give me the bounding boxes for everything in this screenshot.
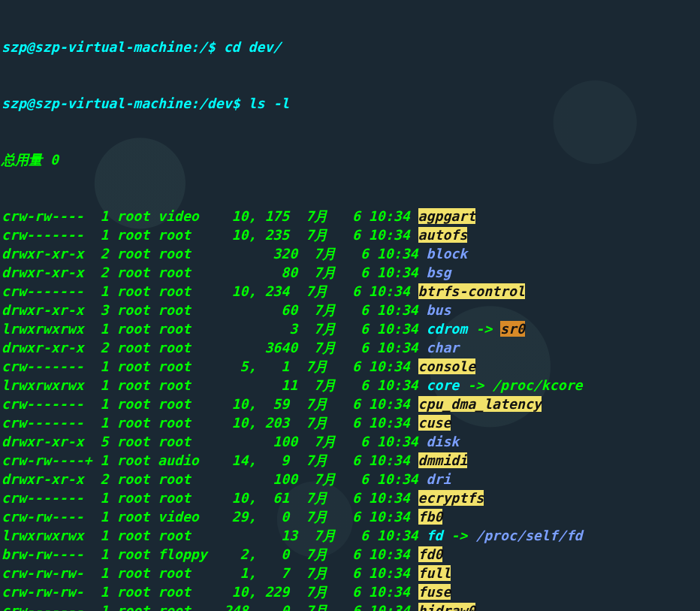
list-item: lrwxrwxrwx 1 root root 3 7月 6 10:34 cdro… [2,319,698,338]
terminal[interactable]: szp@szp-virtual-machine:/$ cd dev/ szp@s… [0,0,700,611]
file-name: fd0 [418,546,443,562]
total-line: 总用量 0 [2,150,698,169]
link-arrow: -> [467,321,500,337]
list-item: crw-rw----+ 1 root audio 14, 9 7月 6 10:3… [2,451,698,470]
list-item: crw------- 1 root root 10, 235 7月 6 10:3… [2,225,698,244]
file-attrs: lrwxrwxrwx 1 root root 3 7月 6 10:34 [2,321,427,337]
file-listing: crw-rw---- 1 root video 10, 175 7月 6 10:… [2,207,698,611]
link-arrow: -> [442,528,475,543]
file-name: fuse [418,584,451,600]
file-attrs: brw-rw---- 1 root floppy 2, 0 7月 6 10:34 [2,546,418,562]
file-attrs: crw------- 1 root root 10, 59 7月 6 10:34 [2,396,418,412]
file-name: dmmidi [418,452,468,468]
file-name: core [427,377,460,393]
file-attrs: crw-rw-rw- 1 root root 1, 7 7月 6 10:34 [2,565,418,581]
file-attrs: crw-rw-rw- 1 root root 10, 229 7月 6 10:3… [2,584,418,600]
file-attrs: drwxr-xr-x 3 root root 60 7月 6 10:34 [2,302,427,318]
file-attrs: drwxr-xr-x 5 root root 100 7月 6 10:34 [2,434,427,449]
file-name: cdrom [427,321,468,337]
file-name: char [427,340,460,355]
list-item: crw------- 1 root root 10, 203 7月 6 10:3… [2,413,698,432]
link-target: /proc/kcore [492,377,582,393]
command: ls -l [249,95,290,111]
link-target: sr0 [500,321,525,337]
file-name: console [418,358,476,374]
file-attrs: drwxr-xr-x 2 root root 80 7月 6 10:34 [2,265,427,280]
list-item: drwxr-xr-x 2 root root 80 7月 6 10:34 bsg [2,263,698,282]
list-item: drwxr-xr-x 5 root root 100 7月 6 10:34 di… [2,432,698,451]
link-arrow: -> [459,377,492,393]
file-attrs: crw------- 1 root root 10, 203 7月 6 10:3… [2,415,418,431]
list-item: crw------- 1 root root 10, 234 7月 6 10:3… [2,282,698,301]
file-attrs: crw------- 1 root root 5, 1 7月 6 10:34 [2,358,418,374]
list-item: lrwxrwxrwx 1 root root 11 7月 6 10:34 cor… [2,376,698,395]
file-attrs: crw------- 1 root root 10, 234 7月 6 10:3… [2,283,418,299]
list-item: crw-rw---- 1 root video 10, 175 7月 6 10:… [2,207,698,225]
file-name: fd [427,528,443,543]
file-name: autofs [418,227,468,243]
prompt-line-2: szp@szp-virtual-machine:/dev$ ls -l [2,94,698,113]
cwd: / [199,39,207,55]
list-item: brw-rw---- 1 root floppy 2, 0 7月 6 10:34… [2,545,698,564]
file-name: full [418,565,451,581]
list-item: crw------- 1 root root 248, 0 7月 6 10:34… [2,601,698,611]
list-item: crw-rw---- 1 root video 29, 0 7月 6 10:34… [2,507,698,526]
file-attrs: crw-rw----+ 1 root audio 14, 9 7月 6 10:3… [2,452,418,468]
file-name: fb0 [418,509,443,525]
user-host: szp@szp-virtual-machine [2,95,191,111]
file-name: dri [427,471,451,487]
list-item: lrwxrwxrwx 1 root root 13 7月 6 10:34 fd … [2,526,698,545]
list-item: drwxr-xr-x 2 root root 3640 7月 6 10:34 c… [2,338,698,357]
file-name: btrfs-control [418,283,525,299]
list-item: crw-rw-rw- 1 root root 1, 7 7月 6 10:34 f… [2,564,698,582]
file-name: cpu_dma_latency [418,396,542,412]
file-name: bsg [427,265,451,280]
file-attrs: crw------- 1 root root 248, 0 7月 6 10:34 [2,603,418,611]
list-item: crw-rw-rw- 1 root root 10, 229 7月 6 10:3… [2,582,698,601]
cwd: /dev [199,95,232,111]
file-attrs: lrwxrwxrwx 1 root root 13 7月 6 10:34 [2,528,427,543]
file-name: cuse [418,415,451,431]
file-name: agpgart [418,208,476,224]
link-target: /proc/self/fd [475,528,582,543]
file-attrs: drwxr-xr-x 2 root root 100 7月 6 10:34 [2,471,427,487]
prompt-line-1: szp@szp-virtual-machine:/$ cd dev/ [2,38,698,56]
list-item: crw------- 1 root root 10, 59 7月 6 10:34… [2,395,698,413]
file-attrs: drwxr-xr-x 2 root root 320 7月 6 10:34 [2,246,427,262]
file-name: bus [427,302,451,318]
file-name: disk [427,434,460,449]
list-item: drwxr-xr-x 2 root root 100 7月 6 10:34 dr… [2,470,698,488]
file-attrs: drwxr-xr-x 2 root root 3640 7月 6 10:34 [2,340,427,355]
user-host: szp@szp-virtual-machine [2,39,191,55]
command: cd dev/ [224,39,282,55]
list-item: drwxr-xr-x 2 root root 320 7月 6 10:34 bl… [2,244,698,263]
file-name: block [427,246,468,262]
list-item: drwxr-xr-x 3 root root 60 7月 6 10:34 bus [2,301,698,319]
file-attrs: lrwxrwxrwx 1 root root 11 7月 6 10:34 [2,377,427,393]
file-attrs: crw------- 1 root root 10, 235 7月 6 10:3… [2,227,418,243]
list-item: crw------- 1 root root 10, 61 7月 6 10:34… [2,488,698,507]
file-attrs: crw-rw---- 1 root video 10, 175 7月 6 10:… [2,208,418,224]
file-attrs: crw-rw---- 1 root video 29, 0 7月 6 10:34 [2,509,418,525]
file-attrs: crw------- 1 root root 10, 61 7月 6 10:34 [2,490,418,506]
file-name: hidraw0 [418,603,476,611]
list-item: crw------- 1 root root 5, 1 7月 6 10:34 c… [2,357,698,376]
file-name: ecryptfs [418,490,484,506]
